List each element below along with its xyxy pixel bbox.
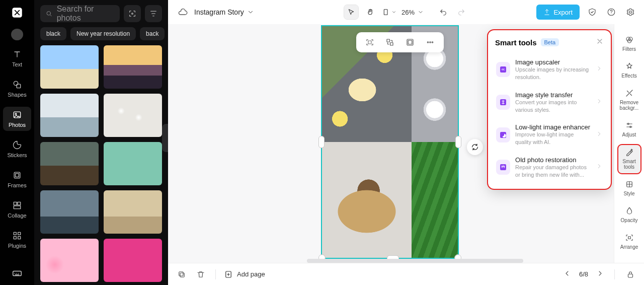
zoom-dropdown[interactable]: 26% bbox=[401, 9, 424, 16]
chip-black[interactable]: black bbox=[40, 27, 66, 40]
add-page-button[interactable]: Add page bbox=[224, 270, 265, 279]
svg-point-19 bbox=[629, 11, 632, 14]
tool-old-photo[interactable]: Old photo restoration Repair your damage… bbox=[495, 151, 604, 184]
svg-point-1 bbox=[14, 81, 18, 85]
svg-rect-20 bbox=[368, 41, 371, 44]
rr-style[interactable]: Style bbox=[618, 177, 641, 200]
rr-smart-tools[interactable]: Smart tools bbox=[618, 145, 641, 174]
prev-page-button[interactable] bbox=[562, 268, 572, 280]
regenerate-button[interactable] bbox=[467, 139, 483, 155]
chip-back[interactable]: back bbox=[140, 27, 165, 40]
photo-thumb[interactable] bbox=[40, 239, 99, 282]
rail-item-text[interactable]: Text bbox=[3, 46, 31, 70]
settings-icon[interactable] bbox=[624, 6, 637, 19]
rail-item-shapes[interactable]: Shapes bbox=[3, 77, 31, 101]
rail-item-photos[interactable]: Photos bbox=[3, 107, 31, 131]
chevron-down-icon bbox=[391, 10, 396, 15]
chip-new-year[interactable]: New year resolution bbox=[70, 27, 136, 40]
rr-arrange[interactable]: Arrange bbox=[618, 230, 641, 254]
rr-label: Opacity bbox=[621, 218, 638, 223]
more-menu-button[interactable] bbox=[424, 36, 437, 49]
aspect-tool[interactable] bbox=[382, 5, 396, 19]
rail-item-plugins[interactable]: Plugins bbox=[3, 228, 31, 252]
scan-tool-button[interactable] bbox=[363, 36, 376, 49]
redo-button[interactable] bbox=[455, 6, 468, 19]
tool-title: Low-light image enhancer bbox=[515, 123, 591, 131]
rail-label: Stickers bbox=[7, 152, 27, 158]
layout-tool-button[interactable] bbox=[404, 36, 417, 49]
collage-cell[interactable] bbox=[412, 142, 458, 258]
project-name-dropdown[interactable]: Instagram Story bbox=[194, 8, 254, 16]
divider bbox=[215, 269, 216, 279]
divider bbox=[614, 269, 615, 279]
collage-cell[interactable] bbox=[322, 142, 412, 258]
tool-low-light[interactable]: Low-light image enhancer Improve low-lig… bbox=[495, 118, 604, 151]
export-button[interactable]: Export bbox=[536, 5, 580, 20]
pan-tool[interactable] bbox=[363, 5, 377, 19]
photo-thumb[interactable] bbox=[104, 45, 162, 89]
rail-item-frames[interactable]: Frames bbox=[3, 167, 31, 191]
duplicate-page-button[interactable] bbox=[175, 268, 188, 281]
project-name: Instagram Story bbox=[194, 8, 244, 16]
rr-adjust[interactable]: Adjust bbox=[618, 118, 641, 141]
chevron-right-icon bbox=[596, 98, 603, 107]
page-frame[interactable] bbox=[322, 26, 458, 258]
rr-label: Arrange bbox=[620, 244, 638, 250]
tool-style-transfer[interactable]: Image style transfer Convert your images… bbox=[495, 86, 604, 119]
smart-tools-popover: Smart tools Beta 4K Image upscaler Upsca… bbox=[488, 30, 611, 189]
rr-filters[interactable]: Filters bbox=[618, 32, 641, 56]
photo-thumb[interactable] bbox=[40, 190, 99, 234]
svg-rect-21 bbox=[387, 39, 389, 42]
rr-effects[interactable]: Effects bbox=[618, 59, 641, 83]
svg-rect-17 bbox=[384, 10, 387, 15]
svg-rect-10 bbox=[14, 232, 16, 235]
rr-label: Smart tools bbox=[622, 159, 636, 170]
app-rail: Text Shapes Photos Stickers Frames Colla… bbox=[0, 0, 34, 285]
svg-rect-7 bbox=[14, 202, 17, 205]
photo-thumb[interactable] bbox=[104, 94, 162, 137]
user-avatar[interactable] bbox=[11, 29, 23, 40]
svg-rect-13 bbox=[18, 237, 21, 239]
delete-page-button[interactable] bbox=[194, 268, 207, 281]
next-page-button[interactable] bbox=[595, 268, 605, 280]
photo-thumb[interactable] bbox=[104, 190, 162, 234]
swap-tool-button[interactable] bbox=[383, 36, 396, 49]
canvas-scrollbar[interactable] bbox=[307, 259, 523, 263]
svg-point-16 bbox=[132, 13, 133, 15]
visual-search-button[interactable] bbox=[124, 5, 141, 22]
photo-thumb[interactable] bbox=[40, 45, 99, 89]
rail-item-stickers[interactable]: Stickers bbox=[3, 137, 31, 161]
rail-label: Photos bbox=[9, 122, 26, 128]
photo-thumb[interactable] bbox=[40, 142, 99, 185]
tool-image-upscaler[interactable]: 4K Image upscaler Upscale images by incr… bbox=[495, 53, 604, 86]
resize-handle-left[interactable] bbox=[319, 136, 324, 148]
rr-remove-bg[interactable]: Remove backgr... bbox=[618, 86, 641, 115]
lock-button[interactable] bbox=[624, 268, 637, 281]
rr-opacity[interactable]: Opacity bbox=[618, 203, 641, 227]
photo-search[interactable]: Search for photos bbox=[40, 5, 120, 22]
keyboard-shortcuts-button[interactable] bbox=[3, 264, 31, 285]
rail-label: Frames bbox=[8, 182, 26, 188]
filter-button[interactable] bbox=[145, 5, 162, 22]
home-cloud-button[interactable] bbox=[176, 6, 189, 19]
shield-icon[interactable] bbox=[586, 6, 599, 19]
svg-rect-43 bbox=[628, 274, 633, 277]
svg-point-25 bbox=[427, 42, 428, 43]
select-tool[interactable] bbox=[344, 5, 358, 19]
help-icon[interactable] bbox=[605, 6, 618, 19]
photos-panel: Search for photos black New year resolut… bbox=[34, 0, 168, 285]
properties-rail: Filters Effects Remove backgr... Adjust … bbox=[614, 24, 644, 263]
photo-thumb[interactable] bbox=[104, 142, 162, 185]
rail-item-collage[interactable]: Collage bbox=[3, 197, 31, 222]
search-placeholder: Search for photos bbox=[57, 5, 115, 23]
photo-thumb[interactable] bbox=[104, 239, 162, 282]
resize-handle-right[interactable] bbox=[456, 136, 461, 148]
photo-thumb[interactable] bbox=[40, 94, 99, 137]
undo-button[interactable] bbox=[437, 6, 450, 19]
svg-rect-40 bbox=[180, 273, 184, 277]
close-icon[interactable] bbox=[596, 37, 604, 47]
bottombar: Add page 6/8 bbox=[168, 263, 644, 285]
svg-rect-5 bbox=[14, 172, 20, 178]
page-indicator: 6/8 bbox=[579, 270, 588, 278]
moon-icon bbox=[496, 127, 510, 142]
